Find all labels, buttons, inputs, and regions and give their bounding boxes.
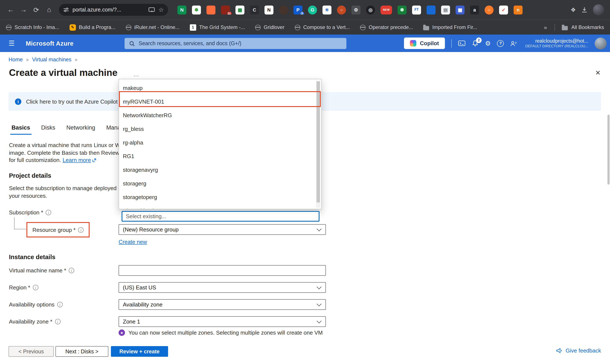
review-create-button[interactable]: Review + create [111, 346, 168, 357]
project-details-heading: Project details [9, 172, 51, 179]
bookmarks-bar: Scratch Info - Ima... ✎ Build a Progra..… [0, 20, 610, 35]
region-select[interactable]: (US) East US [119, 282, 326, 293]
dropdown-option[interactable]: makeup [119, 81, 321, 95]
reload-icon[interactable]: ⟳ [30, 3, 43, 16]
extension-icon[interactable]: ▦ [235, 5, 244, 14]
dropdown-scrollbar-thumb[interactable] [316, 81, 320, 202]
extension-icon[interactable]: n [514, 5, 523, 14]
more-menu-icon[interactable]: … [133, 71, 140, 78]
availability-zone-select[interactable]: Zone 1 [119, 316, 326, 327]
project-details-desc: Select the subscription to manage deploy… [9, 184, 116, 200]
extension-icon[interactable]: ▤ [441, 5, 450, 14]
info-icon[interactable]: i [33, 285, 38, 290]
next-button[interactable]: Next : Disks > [55, 346, 108, 357]
extension-icon[interactable]: NEW [380, 5, 392, 14]
dropdown-option[interactable]: NetworkWatcherRG [119, 109, 321, 122]
azure-brand[interactable]: Microsoft Azure [26, 40, 74, 47]
bookmark-item[interactable]: Operator precede... [360, 24, 413, 30]
dropdown-option[interactable]: rg-alpha [119, 136, 321, 150]
bookmark-item[interactable]: Scratch Info - Ima... [6, 24, 59, 30]
extension-icon[interactable]: ✽ [192, 5, 201, 14]
previous-button[interactable]: < Previous [9, 346, 54, 357]
bookmark-item[interactable]: 1 The Grid System -... [190, 24, 245, 30]
close-icon[interactable]: ✕ [595, 69, 601, 77]
extension-icon[interactable]: N [264, 5, 273, 14]
extension-icon[interactable]: ○ [485, 5, 494, 14]
cast-icon[interactable] [149, 7, 155, 12]
extension-icon[interactable] [279, 5, 288, 14]
vm-name-input[interactable] [119, 265, 326, 276]
extension-icon[interactable] [427, 5, 435, 14]
bookmark-item[interactable]: Compose to a Vert... [295, 24, 350, 30]
bookmarks-overflow-icon[interactable]: » [544, 24, 547, 30]
copilot-button[interactable]: Copilot [404, 38, 445, 49]
hamburger-menu-icon[interactable]: ☰ [4, 39, 19, 47]
all-bookmarks-label: All Bookmarks [571, 24, 604, 30]
info-icon[interactable]: i [69, 268, 74, 273]
tab-basics[interactable]: Basics [12, 124, 30, 135]
learn-more-link[interactable]: Learn more [63, 157, 91, 163]
extension-icon[interactable]: ✳ [323, 5, 331, 14]
azure-search[interactable]: Search resources, services, and docs (G+… [124, 38, 346, 49]
page-scrollbar[interactable] [608, 115, 610, 184]
bookmark-favicon [423, 26, 429, 30]
extensions-puzzle-icon[interactable]: ❖ [570, 6, 576, 13]
extension-icon[interactable]: G [308, 5, 317, 14]
all-bookmarks[interactable]: All Bookmarks [562, 24, 604, 30]
create-new-link[interactable]: Create new [119, 239, 147, 245]
download-icon[interactable] [581, 6, 588, 13]
browser-avatar[interactable] [593, 4, 604, 15]
resource-group-select[interactable]: (New) Resource group [119, 224, 326, 235]
select-existing-input[interactable] [122, 211, 320, 222]
bookmark-item[interactable]: iRuler.net - Online... [126, 24, 180, 30]
extension-icon[interactable]: FT [412, 5, 421, 14]
availability-options-select[interactable]: Availability zone [119, 299, 326, 310]
site-settings-icon[interactable] [63, 7, 69, 13]
bookmark-star-icon[interactable]: ☆ [159, 6, 164, 13]
give-feedback-link[interactable]: Give feedback [556, 347, 601, 354]
dropdown-option[interactable]: storagerg [119, 177, 321, 191]
account-info[interactable]: realcloudprojects@hot... DEFAULT DIRECTO… [525, 38, 588, 49]
address-bar[interactable]: portal.azure.com/?... ☆ [59, 4, 168, 16]
extension-icon[interactable]: C [250, 5, 259, 14]
extension-icon[interactable]: ◎ [366, 5, 375, 14]
dropdown-option[interactable]: rg_bless [119, 122, 321, 136]
extension-icon[interactable]: ✽ [398, 5, 407, 14]
help-icon[interactable]: ? [497, 40, 504, 47]
extension-icon[interactable]: P 3 [294, 5, 302, 14]
dropdown-option[interactable]: storagenavyrg [119, 163, 321, 177]
info-icon[interactable]: i [55, 319, 60, 324]
tab-disks[interactable]: Disks [41, 124, 55, 135]
info-icon[interactable]: i [46, 210, 51, 215]
back-icon[interactable]: ← [4, 3, 17, 16]
notifications-bell-icon[interactable]: 2 [472, 40, 479, 47]
dropdown-scrollbar[interactable] [316, 80, 320, 208]
extension-icon[interactable]: 11 [221, 5, 230, 14]
forward-icon[interactable]: → [17, 3, 30, 16]
account-avatar[interactable] [595, 37, 607, 49]
tab-networking[interactable]: Networking [66, 124, 95, 135]
dropdown-option[interactable]: myRGVNET-001 [119, 95, 321, 109]
breadcrumb-home[interactable]: Home [9, 57, 23, 63]
bookmark-item[interactable]: Imported From Fir... [423, 24, 477, 30]
dropdown-option[interactable]: VicWorkload [119, 204, 321, 209]
dropdown-option[interactable]: RG1 [119, 150, 321, 163]
dropdown-option[interactable]: storagetoperg [119, 191, 321, 204]
info-icon[interactable]: i [57, 302, 63, 307]
breadcrumb-virtual-machines[interactable]: Virtual machines [32, 57, 71, 63]
bookmark-item[interactable]: Gridlover [255, 24, 284, 30]
extension-icon[interactable]: ▦ [456, 5, 464, 14]
extension-icon[interactable]: N [177, 5, 186, 14]
url-text[interactable]: portal.azure.com/?... [72, 7, 145, 13]
extension-icon[interactable] [206, 5, 216, 14]
home-icon[interactable]: ⌂ [43, 3, 55, 16]
extension-icon[interactable]: a [470, 5, 479, 14]
extension-icon[interactable]: ✓ [499, 5, 508, 14]
cloud-shell-icon[interactable] [458, 40, 465, 46]
settings-gear-icon[interactable]: ⚙ [485, 39, 491, 47]
extension-icon[interactable]: ⚙ [352, 5, 360, 14]
feedback-person-icon[interactable] [510, 40, 517, 46]
extension-icon[interactable]: ○ [337, 5, 346, 14]
bookmark-item[interactable]: ✎ Build a Progra... [69, 24, 115, 30]
info-icon[interactable]: i [78, 227, 84, 233]
